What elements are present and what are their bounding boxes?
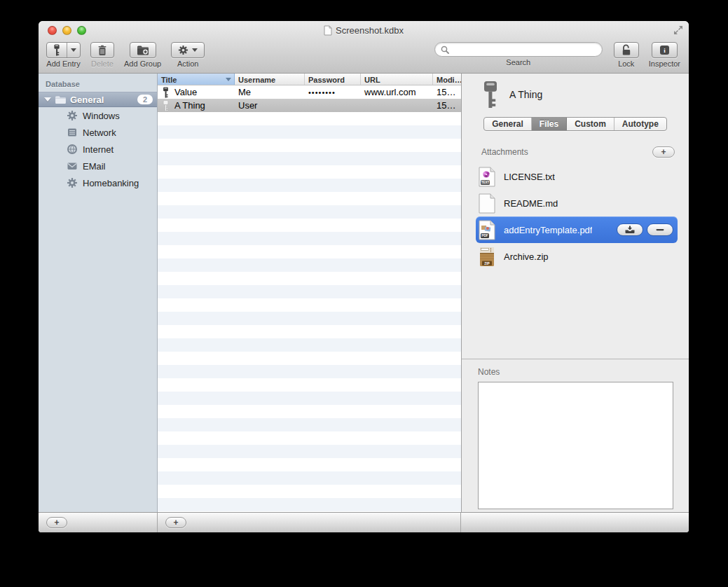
delete-group: Delete <box>90 42 114 68</box>
delete-label: Delete <box>91 60 114 68</box>
mail-icon <box>67 160 78 172</box>
add-group-plus-button[interactable]: + <box>46 517 67 528</box>
add-group-label: Add Group <box>124 60 161 68</box>
sidebar-item-windows[interactable]: Windows <box>39 107 157 124</box>
titlebar[interactable]: Screenshot.kdbx <box>39 21 689 39</box>
sidebar-item-network[interactable]: Network <box>39 124 157 141</box>
attachments-list: TEXT LICENSE.txt README.md <box>462 162 689 270</box>
svg-text:TEXT: TEXT <box>481 181 490 184</box>
action-button[interactable] <box>171 42 205 58</box>
cell-password: •••••••• <box>305 88 361 97</box>
remove-attachment-button[interactable] <box>647 223 673 236</box>
key-icon <box>47 43 67 57</box>
unlock-icon <box>621 44 632 56</box>
cell-username: Me <box>235 87 305 97</box>
lock-group: Lock <box>614 42 639 68</box>
add-entry-group: Add Entry <box>46 42 81 68</box>
cell-url: www.url.com <box>361 87 433 97</box>
search-icon <box>441 46 449 54</box>
lock-button[interactable] <box>614 42 639 58</box>
tab-files[interactable]: Files <box>532 118 567 130</box>
column-header-password[interactable]: Password <box>305 74 361 85</box>
plain-file-icon <box>479 193 495 214</box>
attachment-row[interactable]: ZIP Archive.zip <box>476 243 678 270</box>
attachment-row[interactable]: README.md <box>476 190 678 216</box>
key-icon <box>481 81 500 109</box>
tab-autotype[interactable]: Autotype <box>614 118 666 130</box>
add-attachment-button[interactable]: + <box>652 146 675 158</box>
window-chrome: Screenshot.kdbx <box>39 21 689 74</box>
tab-custom[interactable]: Custom <box>567 118 614 130</box>
chevron-down-icon <box>71 48 76 52</box>
notes-input[interactable] <box>478 382 673 509</box>
cell-modified: 15… <box>433 87 461 97</box>
minus-icon <box>656 228 664 231</box>
cell-title: Value <box>174 87 197 97</box>
app-window: Screenshot.kdbx <box>39 21 689 532</box>
add-group-button[interactable] <box>130 42 156 58</box>
attachment-name: addEntryTemplate.pdf <box>504 225 592 235</box>
attachments-header: Attachments <box>481 147 528 157</box>
svg-text:PDF: PDF <box>481 234 488 237</box>
disclosure-triangle-icon[interactable] <box>44 97 51 102</box>
search-field[interactable] <box>434 42 603 57</box>
pdf-file-icon: PDF <box>479 220 495 240</box>
search-input[interactable] <box>452 45 596 55</box>
add-entry-plus-button[interactable]: + <box>165 517 186 528</box>
table-row-selected[interactable]: A Thing User 15… <box>158 99 461 112</box>
gear-icon <box>67 177 78 188</box>
download-tray-icon <box>624 226 636 234</box>
info-icon: i <box>659 45 671 55</box>
svg-text:ZIP: ZIP <box>484 261 490 265</box>
bottom-bar: + + <box>39 512 689 532</box>
entry-title: A Thing <box>509 89 542 100</box>
window-title: Screenshot.kdbx <box>336 25 404 36</box>
cell-username: User <box>235 100 305 111</box>
chevron-down-icon <box>192 48 198 52</box>
server-icon <box>67 127 78 138</box>
toolbar: Add Entry Delete <box>39 39 689 74</box>
table-empty-area[interactable] <box>158 112 461 512</box>
sidebar-item-email[interactable]: EMail <box>39 158 157 174</box>
save-attachment-button[interactable] <box>617 223 643 236</box>
text-file-icon: TEXT <box>479 167 495 187</box>
column-header-modified[interactable]: Modi… <box>433 74 461 85</box>
notes-section: Notes <box>462 359 689 512</box>
notes-header: Notes <box>478 367 500 377</box>
cell-title: A Thing <box>174 100 205 111</box>
sidebar: Database General 2 Windows <box>39 74 158 512</box>
search-label: Search <box>506 58 530 67</box>
sidebar-item-homebanking[interactable]: Homebanking <box>39 174 157 191</box>
column-header-title[interactable]: Title <box>158 74 235 85</box>
delete-button[interactable] <box>90 42 114 58</box>
table-row[interactable]: Value Me •••••••• www.url.com 15… <box>158 85 461 99</box>
attachment-row-selected[interactable]: PDF addEntryTemplate.pdf <box>476 216 678 243</box>
lock-label: Lock <box>618 60 634 68</box>
fullscreen-icon[interactable] <box>673 25 683 35</box>
add-group-group: Add Group <box>124 42 161 68</box>
sidebar-group-label: General <box>70 95 104 105</box>
add-entry-label: Add Entry <box>46 60 80 68</box>
tab-general[interactable]: General <box>484 118 532 130</box>
sidebar-item-label: Internet <box>83 144 114 155</box>
sidebar-item-internet[interactable]: Internet <box>39 141 157 158</box>
sidebar-item-label: Windows <box>83 111 120 121</box>
key-icon <box>162 100 170 111</box>
attachment-row[interactable]: TEXT LICENSE.txt <box>476 163 678 190</box>
group-count-badge: 2 <box>137 95 153 104</box>
document-proxy-icon <box>324 25 332 36</box>
search-group: Search <box>434 42 603 67</box>
sidebar-group-general[interactable]: General 2 <box>39 92 157 107</box>
sidebar-item-label: EMail <box>83 161 106 172</box>
add-entry-button[interactable] <box>46 42 81 58</box>
column-header-username[interactable]: Username <box>235 74 305 85</box>
folder-plus-icon <box>137 45 149 55</box>
inspector-label: Inspector <box>649 60 680 68</box>
column-header-url[interactable]: URL <box>361 74 433 85</box>
action-group: Action <box>171 42 205 68</box>
add-entry-dropdown[interactable] <box>67 43 80 57</box>
cell-modified: 15… <box>433 100 461 111</box>
inspector-button[interactable]: i <box>652 42 678 58</box>
gear-icon <box>67 110 78 121</box>
inspector-tabs: General Files Custom Autotype <box>483 117 667 131</box>
